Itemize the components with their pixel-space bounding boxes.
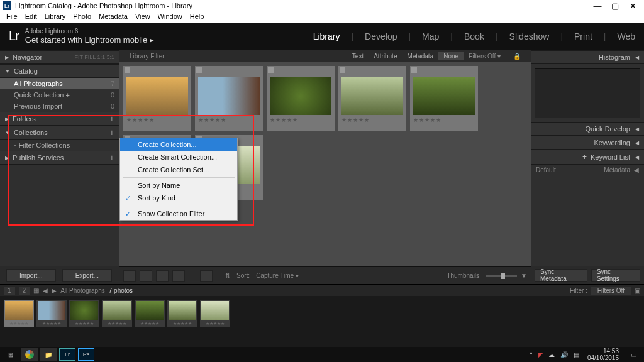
menu-help[interactable]: Help [186,11,208,23]
sort-field[interactable]: Capture Time ▾ [256,272,299,279]
thumbnail-size-slider[interactable] [486,275,517,277]
panel-navigator[interactable]: ▶ Navigator FIT FILL 1:1 3:1 [0,50,119,64]
grid-cell[interactable]: ★★★★★ [338,66,406,131]
menu-sort-by-name[interactable]: Sort by Name [120,179,237,192]
module-book[interactable]: Book [464,29,484,44]
thumbnail[interactable] [70,301,98,320]
flag-icon[interactable] [268,67,274,73]
filmstrip-cell[interactable]: ★★★★★ [4,300,34,327]
panel-histogram[interactable]: Histogram◀ [531,50,644,64]
taskbar-explorer[interactable]: 📁 [40,348,57,361]
tray-chevron-icon[interactable]: ˄ [528,351,535,358]
flag-icon[interactable] [411,67,417,73]
filter-attribute[interactable]: Attribute [369,53,402,60]
rating-stars[interactable]: ★★★★★ [103,320,131,326]
thumbnail[interactable] [38,301,65,320]
menu-library[interactable]: Library [41,11,70,23]
rating-stars[interactable]: ★★★★★ [5,320,33,326]
tray-network-icon[interactable]: ▤ [572,351,581,358]
rating-stars[interactable]: ★★★★★ [136,320,164,326]
filter-metadata[interactable]: Metadata [402,53,438,60]
filmstrip-cell[interactable]: ★★★★★ [167,300,197,327]
module-print[interactable]: Print [574,29,592,44]
thumbnail[interactable] [169,301,196,320]
menu-create-collection-set[interactable]: Create Collection Set... [120,163,237,176]
thumbnail[interactable] [103,301,131,320]
minimize-button[interactable]: — [589,1,606,11]
menu-edit[interactable]: Edit [21,11,41,23]
start-button[interactable]: ⊞ [3,348,19,361]
metadata-preset-row[interactable]: DefaultMetadata◀ [531,165,644,175]
menu-metadata[interactable]: Metadata [95,11,131,23]
menu-show-collection-filter[interactable]: Show Collection Filter [120,207,237,220]
back-icon[interactable]: ◀ [43,287,48,294]
taskbar-chrome[interactable] [21,348,38,361]
rating-stars[interactable]: ★★★★★ [70,320,98,326]
grid-view-button[interactable] [123,270,136,282]
painter-button[interactable] [200,270,213,282]
panel-catalog[interactable]: ▼ Catalog [0,64,119,78]
taskbar-lightroom[interactable]: Lr [59,348,75,361]
tray-av-icon[interactable]: ◤ [536,351,545,358]
panel-keyword-list[interactable]: +Keyword List◀ [531,150,644,165]
grid-cell[interactable]: ★★★★★ [410,66,478,131]
compare-view-button[interactable] [156,270,169,282]
filmstrip-switch-icon[interactable]: ▣ [635,287,640,294]
panel-keywording[interactable]: Keywording◀ [531,136,644,150]
flag-icon[interactable] [125,67,130,73]
export-button[interactable]: Export... [62,269,112,282]
module-library[interactable]: Library [313,29,340,44]
grid-cell[interactable]: ★★★★★ [267,66,335,131]
import-button[interactable]: Import... [6,269,56,282]
panel-quick-develop[interactable]: Quick Develop◀ [531,122,644,136]
menu-create-collection[interactable]: Create Collection... [120,138,237,151]
taskbar-photoshop[interactable]: Ps [78,348,94,361]
sort-direction-icon[interactable]: ⇅ [225,272,230,279]
module-map[interactable]: Map [422,29,439,44]
second-monitor-2[interactable]: 2 [19,287,30,295]
menu-window[interactable]: Window [154,11,186,23]
filmstrip-cell[interactable]: ★★★★★ [200,300,230,327]
filter-dropdown[interactable]: Filters Off [591,287,631,295]
maximize-button[interactable]: ▢ [606,1,624,11]
filmstrip-cell[interactable]: ★★★★★ [102,300,132,327]
filmstrip-cell[interactable]: ★★★★★ [36,300,67,327]
thumbnail[interactable] [413,77,475,115]
sync-metadata-button[interactable]: Sync Metadata [535,269,587,282]
grid-icon[interactable]: ▦ [33,287,39,294]
menu-sort-by-kind[interactable]: Sort by Kind [120,192,237,204]
system-tray[interactable]: ˄ ◤ ☁ 🔊 ▤ [528,351,581,358]
second-monitor-1[interactable]: 1 [4,287,15,295]
action-center-icon[interactable]: ▭ [625,348,641,361]
menu-file[interactable]: File [3,11,21,23]
thumbnail[interactable] [136,301,164,320]
rating-stars[interactable]: ★★★★★ [201,320,229,326]
rating-stars[interactable]: ★★★★★ [413,117,475,123]
rating-stars[interactable]: ★★★★★ [270,117,331,123]
plus-icon[interactable]: + [582,153,587,162]
rating-stars[interactable]: ★★★★★ [38,320,65,326]
filter-none[interactable]: None [438,52,464,60]
catalog-previous-import[interactable]: Previous Import 0 [0,101,119,112]
thumbnail[interactable] [126,77,188,115]
filmstrip-cell[interactable]: ★★★★★ [69,300,99,327]
module-slideshow[interactable]: Slideshow [509,29,550,44]
filter-text[interactable]: Text [347,53,369,60]
close-button[interactable]: ✕ [624,1,641,11]
tagline[interactable]: Get started with Lightroom mobile ▸ [25,35,154,45]
loupe-view-button[interactable] [140,270,152,282]
module-web[interactable]: Web [617,29,635,44]
flag-icon[interactable] [196,67,202,73]
catalog-all-photographs[interactable]: All Photographs 7 [0,78,119,89]
menu-photo[interactable]: Photo [69,11,95,23]
filmstrip-path[interactable]: All Photographs [60,287,105,294]
thumbnail[interactable] [201,301,229,320]
navigator-zoom[interactable]: FIT FILL 1:1 3:1 [74,54,114,60]
lock-icon[interactable]: 🔒 [508,53,526,60]
filmstrip-thumbs[interactable]: ★★★★★ ★★★★★ ★★★★★ ★★★★★ ★★★★★ ★★★★★ ★★★★… [0,296,644,331]
flag-icon[interactable] [340,67,345,73]
thumbnail[interactable] [198,77,260,115]
tray-volume-icon[interactable]: 🔊 [558,351,570,358]
tray-cloud-icon[interactable]: ☁ [547,351,557,358]
menu-create-smart-collection[interactable]: Create Smart Collection... [120,151,237,163]
